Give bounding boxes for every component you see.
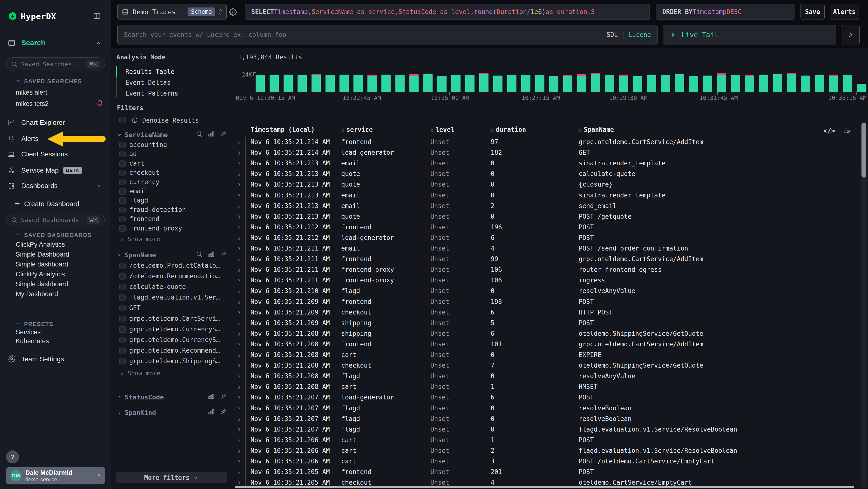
chart-icon[interactable] (208, 408, 215, 415)
filter-checkbox[interactable] (119, 170, 126, 176)
saved-dashboard-item[interactable]: Simple dashboard (16, 281, 68, 288)
expand-row-icon[interactable] (237, 392, 242, 403)
histogram-bar[interactable] (521, 75, 530, 92)
denoise-checkbox[interactable] (119, 117, 126, 123)
filter-item-label[interactable]: flagd.evaluation.v1.Ser… (129, 294, 220, 301)
expand-row-icon[interactable] (237, 296, 242, 307)
saved-dashboard-item[interactable]: Simple dashboard (16, 261, 68, 268)
denoise-label[interactable]: Denoise Results (142, 117, 199, 124)
filter-checkbox[interactable] (119, 207, 126, 213)
table-row[interactable]: Nov 6 10:35:21.207 AMflagdUnset0resolveB… (233, 413, 860, 424)
expand-row-icon[interactable] (237, 254, 242, 264)
expand-row-icon[interactable] (237, 201, 242, 211)
order-by-editor[interactable]: ORDER BY Timestamp DESC (656, 4, 795, 20)
histogram-bar[interactable] (661, 75, 670, 92)
table-row[interactable]: Nov 6 10:35:21.213 AMquoteUnset0POST /ge… (233, 211, 860, 222)
chevron-right-icon[interactable] (117, 395, 122, 400)
table-row[interactable]: Nov 6 10:35:21.213 AMquoteUnset0calculat… (233, 169, 860, 179)
drag-handle-icon[interactable]: ∷ (341, 127, 344, 133)
sidebar-item-chart-explorer[interactable]: Chart Explorer (0, 116, 111, 129)
filter-checkbox[interactable] (119, 294, 126, 301)
saved-dashboard-item[interactable]: Simple Dashboard (16, 251, 69, 258)
histogram-bar[interactable] (396, 75, 405, 92)
table-row[interactable]: Nov 6 10:35:21.214 AMfrontendUnset97grpc… (233, 137, 860, 147)
table-row[interactable]: Nov 6 10:35:21.205 AMfrontendUnset201POS… (233, 466, 860, 477)
saved-dashboards-group-label[interactable]: SAVED DASHBOARDS (24, 232, 92, 238)
chevron-down-icon[interactable] (16, 78, 21, 84)
expand-row-icon[interactable] (237, 264, 242, 275)
filter-item-label[interactable]: accounting (129, 141, 167, 148)
pin-icon[interactable] (220, 131, 227, 137)
show-more-button[interactable]: Show more (119, 236, 160, 242)
user-menu[interactable]: DM Dale McDiarmid demo-service - (6, 467, 105, 484)
chart-icon[interactable] (208, 393, 215, 400)
chevron-down-icon[interactable] (16, 231, 21, 237)
expand-row-icon[interactable] (237, 424, 242, 435)
histogram-bar[interactable] (535, 75, 545, 92)
filter-item-label[interactable]: grpc.oteldemo.CartServi… (129, 315, 220, 322)
histogram-bar[interactable] (703, 76, 712, 92)
table-row[interactable]: Nov 6 10:35:21.214 AMload-generatorUnset… (233, 147, 860, 158)
filter-item-label[interactable]: currency (129, 178, 159, 185)
sidebar-item-service-map[interactable]: Service MapBETA (0, 164, 111, 177)
table-row[interactable]: Nov 6 10:35:21.212 AMfrontendUnset196POS… (233, 222, 860, 232)
histogram-bar[interactable] (368, 75, 377, 92)
filter-item-label[interactable]: /oteldemo.ProductCatalo… (129, 262, 220, 269)
expand-row-icon[interactable] (237, 232, 242, 243)
histogram-bar[interactable] (563, 75, 572, 92)
preset-item[interactable]: Kubernetes (16, 338, 49, 345)
search-input[interactable]: Search your events w/ Lucene ex. column:… (117, 25, 657, 45)
histogram-bar[interactable] (493, 76, 502, 92)
histogram-bar[interactable] (815, 75, 824, 92)
table-row[interactable]: Nov 6 10:35:21.209 AMshippingUnset5POST (233, 318, 860, 328)
expand-row-icon[interactable] (237, 211, 242, 222)
column-header-duration[interactable]: ∷duration (491, 126, 526, 133)
chevron-up-icon[interactable] (95, 183, 101, 189)
analysis-mode-results-table[interactable]: Results Table (125, 68, 175, 75)
expand-row-icon[interactable] (237, 147, 242, 158)
filter-item-label[interactable]: flagd (129, 197, 148, 204)
expand-row-icon[interactable] (237, 413, 242, 424)
filter-item-label[interactable]: ad (129, 150, 137, 157)
expand-row-icon[interactable] (237, 360, 242, 371)
collapse-sidebar-icon[interactable] (93, 12, 101, 20)
preset-item[interactable]: Services (16, 328, 41, 336)
expand-row-icon[interactable] (237, 466, 242, 477)
pin-icon[interactable] (220, 408, 227, 415)
histogram-bar[interactable] (843, 75, 852, 92)
histogram-bar[interactable] (479, 73, 489, 92)
saved-dashboard-item[interactable]: My Dashboard (16, 290, 58, 298)
expand-row-icon[interactable] (237, 371, 242, 381)
filter-checkbox[interactable] (119, 225, 126, 232)
filter-checkbox[interactable] (119, 358, 126, 365)
drag-handle-icon[interactable]: ∷ (579, 127, 582, 133)
table-row[interactable]: Nov 6 10:35:21.213 AMquoteUnset0{closure… (233, 179, 860, 190)
histogram-bar[interactable] (311, 74, 321, 92)
filter-checkbox[interactable] (119, 263, 126, 269)
drag-handle-icon[interactable]: ∷ (430, 127, 434, 133)
lang-lucene-toggle[interactable]: Lucene (628, 31, 651, 38)
histogram-bar[interactable] (857, 84, 866, 92)
table-row[interactable]: Nov 6 10:35:21.209 AMfrontendUnset198POS… (233, 296, 860, 307)
chevron-up-icon[interactable] (95, 40, 102, 46)
expand-row-icon[interactable] (237, 307, 242, 318)
histogram-bar[interactable] (353, 75, 363, 92)
histogram-bar[interactable] (549, 76, 558, 92)
expand-row-icon[interactable] (237, 275, 242, 286)
drag-handle-icon[interactable]: ∷ (491, 127, 494, 133)
table-row[interactable]: Nov 6 10:35:21.213 AMemailUnset0sinatra.… (233, 190, 860, 201)
column-header-spanname[interactable]: ∷SpanName (579, 126, 614, 133)
pin-icon[interactable] (220, 393, 227, 400)
histogram-bar[interactable] (787, 73, 796, 92)
histogram-bar[interactable] (745, 75, 754, 92)
expand-row-icon[interactable] (237, 349, 242, 360)
histogram-bar[interactable] (717, 74, 726, 92)
histogram-bar[interactable] (591, 73, 600, 92)
column-header-timestamp-local-[interactable]: Timestamp (Local) (250, 126, 315, 133)
table-row[interactable]: Nov 6 10:35:21.208 AMcartUnset1HMSET (233, 381, 860, 392)
filter-item-label[interactable]: frontend-proxy (129, 225, 182, 232)
search-section-title[interactable]: Search (21, 39, 45, 47)
table-row[interactable]: Nov 6 10:35:21.206 AMcartUnset1POST (233, 435, 860, 445)
filter-checkbox[interactable] (119, 305, 126, 311)
expand-row-icon[interactable] (237, 403, 242, 413)
